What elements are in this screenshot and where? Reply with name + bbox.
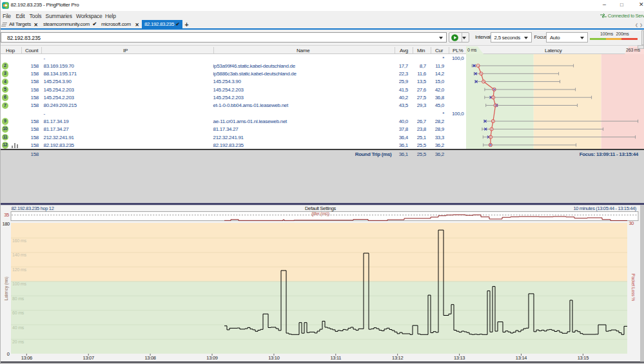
svg-text:13:10: 13:10 — [268, 355, 279, 361]
svg-text:82.192.83.235 hop 12: 82.192.83.235 hop 12 — [12, 206, 54, 211]
svg-text:13:12: 13:12 — [392, 355, 403, 361]
svg-text:13:08: 13:08 — [144, 355, 155, 361]
svg-text:13:07: 13:07 — [83, 355, 94, 361]
svg-text:180: 180 — [2, 221, 10, 227]
svg-text:13:14: 13:14 — [516, 355, 527, 361]
svg-text:Packet Loss %: Packet Loss % — [631, 274, 636, 302]
svg-text:13:15: 13:15 — [578, 355, 589, 361]
svg-text:160 ms: 160 ms — [12, 238, 26, 243]
svg-text:140 ms: 140 ms — [12, 253, 26, 257]
svg-text:80 ms: 80 ms — [12, 296, 24, 301]
svg-text:60 ms: 60 ms — [12, 311, 24, 315]
svg-text:10 minutes (13:05:44 - 13:15:4: 10 minutes (13:05:44 - 13:15:44) — [573, 206, 636, 211]
svg-text:(jitter (ms)): (jitter (ms)) — [311, 211, 329, 216]
svg-text:100 ms: 100 ms — [12, 282, 26, 286]
svg-text:20 ms: 20 ms — [12, 340, 24, 344]
svg-text:0: 0 — [7, 351, 10, 357]
svg-text:35: 35 — [4, 212, 9, 218]
svg-text:30: 30 — [629, 220, 634, 226]
svg-text:13:09: 13:09 — [206, 355, 217, 361]
svg-text:13:06: 13:06 — [21, 355, 32, 361]
svg-text:120 ms: 120 ms — [12, 267, 26, 272]
svg-text:Latency (ms): Latency (ms) — [4, 277, 9, 301]
svg-text:Default Settings: Default Settings — [305, 206, 337, 211]
svg-text:40 ms: 40 ms — [12, 325, 24, 330]
svg-text:13:11: 13:11 — [330, 355, 341, 361]
svg-text:13:13: 13:13 — [454, 355, 465, 361]
